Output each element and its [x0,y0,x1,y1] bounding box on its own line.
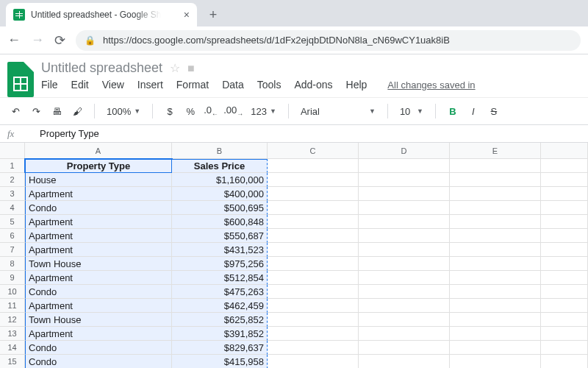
cell[interactable] [359,299,450,313]
menu-addons[interactable]: Add-ons [294,79,332,91]
row-header[interactable]: 12 [0,313,25,327]
cell-property-type[interactable]: Condo [25,341,172,355]
cell[interactable] [541,271,588,285]
font-size-select[interactable]: 10▼ [397,106,426,117]
cell-sales-price[interactable]: $600,848 [172,215,268,229]
cell-property-type[interactable]: Apartment [25,271,172,285]
col-header-e[interactable]: E [450,143,541,159]
cell[interactable] [268,341,359,355]
cell-property-type[interactable]: Town House [25,313,172,327]
reload-button[interactable]: ⟳ [54,32,65,49]
cell[interactable] [359,187,450,201]
cell[interactable] [541,243,588,257]
cell[interactable] [359,313,450,327]
cell[interactable] [359,159,450,173]
cell[interactable] [268,299,359,313]
close-tab-icon[interactable]: × [184,9,190,21]
spreadsheet-grid[interactable]: A B C D E 1 Property Type Sales Price 2H… [0,143,588,368]
cell-sales-price[interactable]: $975,256 [172,257,268,271]
row-header[interactable]: 14 [0,341,25,355]
row-header[interactable]: 1 [0,159,25,173]
increase-decimal-button[interactable]: .00→ [223,105,243,118]
cell[interactable] [268,187,359,201]
row-header[interactable]: 13 [0,327,25,341]
row-header[interactable]: 3 [0,187,25,201]
cell-property-type[interactable]: Condo [25,355,172,368]
menu-file[interactable]: File [41,79,58,91]
cell[interactable] [450,229,541,243]
cell[interactable] [359,215,450,229]
col-header-overflow[interactable] [541,143,588,159]
cell-sales-price[interactable]: $391,852 [172,327,268,341]
cell-property-type[interactable]: House [25,173,172,187]
sheets-logo-icon[interactable] [7,62,34,97]
cell[interactable] [541,285,588,299]
cell[interactable] [541,215,588,229]
cell-sales-price[interactable]: $829,637 [172,341,268,355]
paint-format-button[interactable]: 🖌 [69,106,85,117]
cell[interactable] [450,285,541,299]
row-header[interactable]: 9 [0,271,25,285]
browser-tab[interactable]: Untitled spreadsheet - Google Sh × [6,3,197,26]
cell-sales-price[interactable]: $512,854 [172,271,268,285]
cell[interactable] [541,201,588,215]
cell[interactable] [268,243,359,257]
cell[interactable] [268,327,359,341]
cell[interactable] [268,271,359,285]
menu-data[interactable]: Data [222,79,244,91]
percent-format-button[interactable]: % [182,106,198,117]
cell[interactable] [359,257,450,271]
row-header[interactable]: 11 [0,299,25,313]
menu-tools[interactable]: Tools [257,79,282,91]
cell[interactable] [268,201,359,215]
cell[interactable] [450,201,541,215]
star-icon[interactable]: ☆ [170,61,180,75]
cell[interactable] [268,313,359,327]
cell[interactable] [541,313,588,327]
cell[interactable] [450,313,541,327]
col-header-a[interactable]: A [25,143,172,159]
cell[interactable] [450,341,541,355]
currency-format-button[interactable]: $ [162,106,178,117]
cell-property-type[interactable]: Apartment [25,299,172,313]
menu-edit[interactable]: Edit [71,79,89,91]
cell[interactable] [268,159,359,173]
undo-button[interactable]: ↶ [7,106,24,117]
cell-sales-price[interactable]: $462,459 [172,299,268,313]
row-header[interactable]: 8 [0,257,25,271]
cell[interactable] [450,243,541,257]
cell-sales-price[interactable]: $431,523 [172,243,268,257]
cell-sales-price[interactable]: $550,687 [172,229,268,243]
cell[interactable] [359,327,450,341]
cell-a1[interactable]: Property Type [25,159,172,173]
cell-property-type[interactable]: Town House [25,257,172,271]
menu-view[interactable]: View [102,79,124,91]
cell[interactable] [359,173,450,187]
menu-help[interactable]: Help [346,79,368,91]
cell-sales-price[interactable]: $475,263 [172,285,268,299]
strikethrough-button[interactable]: S [486,106,502,117]
document-title[interactable]: Untitled spreadsheet [41,60,162,76]
cell-property-type[interactable]: Apartment [25,327,172,341]
row-header[interactable]: 4 [0,201,25,215]
cell[interactable] [268,257,359,271]
font-select[interactable]: Arial▼ [298,106,379,117]
zoom-select[interactable]: 100%▼ [104,106,143,117]
number-format-select[interactable]: 123▼ [248,106,279,117]
cell[interactable] [450,173,541,187]
formula-input[interactable]: Property Type [40,128,99,139]
cell-sales-price[interactable]: $415,958 [172,355,268,368]
decrease-decimal-button[interactable]: .0← [203,105,219,118]
cell[interactable] [268,229,359,243]
folder-icon[interactable]: ■ [187,62,195,75]
cell-property-type[interactable]: Apartment [25,215,172,229]
cell[interactable] [541,159,588,173]
cell-sales-price[interactable]: $500,695 [172,201,268,215]
cell-sales-price[interactable]: $1,160,000 [172,173,268,187]
row-header[interactable]: 10 [0,285,25,299]
cell-property-type[interactable]: Apartment [25,187,172,201]
cell[interactable] [359,271,450,285]
cell[interactable] [541,257,588,271]
menu-format[interactable]: Format [176,79,209,91]
save-status[interactable]: All changes saved in [387,79,475,91]
